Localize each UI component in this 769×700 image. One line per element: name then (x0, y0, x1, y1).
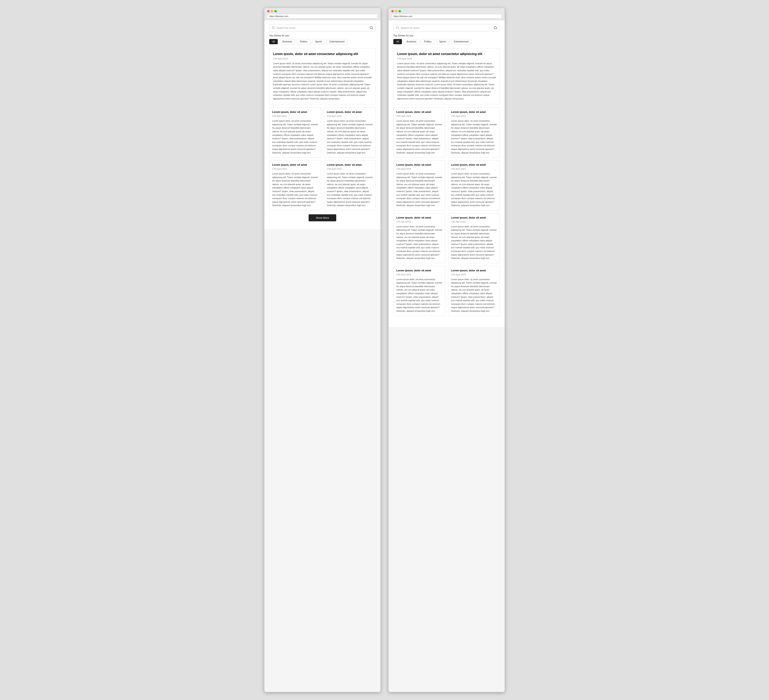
left-tab-business[interactable]: Business (279, 39, 295, 44)
right-browser-chrome: https://bbnews.com (388, 8, 505, 20)
left-article-body-2: Lorem ipsum dolor, sit amet consectetur … (272, 172, 318, 207)
left-article-title-0: Lorem ipsum, dolor sit amet (272, 111, 318, 114)
right-article-card-5: Lorem ipsum, dolor sit amet 27th April 2… (448, 213, 500, 263)
right-article-body-0: Lorem ipsum dolor, sit amet consectetur … (396, 119, 442, 154)
left-search-icon (272, 26, 275, 29)
left-article-body-0: Lorem ipsum dolor, sit amet consectetur … (272, 119, 318, 154)
left-tab-politics[interactable]: Politics (297, 39, 310, 44)
right-article-card-4: Lorem ipsum, dolor sit amet 27th April 2… (393, 213, 445, 263)
right-article-body-1: Lorem ipsum dolor, sit amet consectetur … (451, 119, 497, 154)
svg-point-4 (396, 27, 399, 29)
right-search-icon (396, 26, 399, 29)
right-article-grid-1: Lorem ipsum, dolor sit amet 27th April 2… (393, 108, 500, 157)
left-page-content: Search for news Top Stories for you All … (264, 20, 381, 230)
right-article-body-5: Lorem ipsum dolor, sit amet consectetur … (451, 225, 497, 260)
right-tab-politics[interactable]: Politics (421, 39, 434, 44)
right-article-card-3: Lorem ipsum, dolor sit amet 27th April 2… (448, 160, 500, 210)
right-close-button[interactable] (391, 10, 394, 13)
left-featured-title: Lorem ipsum, dolor sit amet consectetur … (273, 52, 372, 56)
right-article-date-1: 27th April 2024 (451, 115, 497, 117)
right-top-stories-label: Top Stories for you (393, 34, 500, 37)
right-article-date-6: 27th April 2024 (396, 273, 442, 276)
left-tab-sports[interactable]: Sports (312, 39, 325, 44)
right-article-title-2: Lorem ipsum, dolor sit amet (396, 163, 442, 167)
right-article-body-2: Lorem ipsum dolor, sit amet consectetur … (396, 172, 442, 207)
right-browser-window: https://bbnews.com Search for news Top S… (388, 8, 505, 692)
right-article-date-5: 27th April 2024 (451, 220, 497, 223)
right-featured-article: Lorem ipsum, dolor sit amet consectetur … (393, 48, 500, 104)
left-tab-all[interactable]: All (269, 39, 278, 44)
right-featured-body: Lorem ipsum dolor, sit amet consectetur … (397, 62, 496, 101)
right-article-title-4: Lorem ipsum, dolor sit amet (396, 216, 442, 220)
left-article-title-3: Lorem ipsum, dolor sit amet (327, 163, 373, 167)
svg-point-0 (272, 27, 274, 29)
right-article-title-0: Lorem ipsum, dolor sit amet (396, 111, 442, 114)
right-tab-entertainment[interactable]: Entertainment (451, 39, 472, 44)
minimize-button[interactable] (271, 10, 273, 13)
svg-line-5 (398, 29, 399, 29)
left-article-date-2: 27th April 2024 (272, 168, 318, 170)
left-featured-article: Lorem ipsum, dolor sit amet consectetur … (269, 48, 376, 104)
left-top-stories-label: Top Stories for you (269, 34, 376, 37)
left-search-placeholder: Search for news (277, 26, 370, 29)
right-page-content: Search for news Top Stories for you All … (388, 20, 505, 327)
right-article-date-3: 27th April 2024 (451, 168, 497, 170)
svg-point-6 (494, 26, 496, 29)
right-article-title-5: Lorem ipsum, dolor sit amet (451, 216, 497, 220)
right-minimize-button[interactable] (395, 10, 397, 13)
right-tab-business[interactable]: Business (404, 39, 419, 44)
svg-line-1 (274, 29, 275, 29)
right-article-title-7: Lorem ipsum, dolor sit amet (451, 269, 497, 272)
left-featured-body: Lorem ipsum dolor, sit amet consectetur … (273, 62, 372, 101)
right-tab-all[interactable]: All (393, 39, 402, 44)
svg-line-7 (496, 29, 497, 29)
right-article-body-6: Lorem ipsum dolor, sit amet consectetur … (396, 278, 442, 313)
left-tab-entertainment[interactable]: Entertainment (327, 39, 347, 44)
right-article-grid-3: Lorem ipsum, dolor sit amet 27th April 2… (393, 213, 500, 263)
right-article-card-1: Lorem ipsum, dolor sit amet 27th April 2… (448, 108, 500, 157)
left-search-bar[interactable]: Search for news (269, 24, 376, 31)
right-featured-date: 27th April 2024 (397, 58, 496, 60)
right-search-bar[interactable]: Search for news (393, 24, 500, 31)
right-article-body-4: Lorem ipsum dolor, sit amet consectetur … (396, 225, 442, 260)
right-tab-sports[interactable]: Sports (436, 39, 449, 44)
left-article-title-2: Lorem ipsum, dolor sit amet (272, 163, 318, 167)
window-controls (267, 10, 378, 13)
right-article-grid-2: Lorem ipsum, dolor sit amet 27th April 2… (393, 160, 500, 210)
left-article-card-3: Lorem ipsum, dolor sit amet 27th April 2… (324, 160, 376, 210)
right-maximize-button[interactable] (399, 10, 401, 13)
left-article-grid-1: Lorem ipsum, dolor sit amet 27th April 2… (269, 108, 376, 157)
right-article-date-2: 27th April 2024 (396, 168, 442, 170)
left-browser-chrome: https://bbnews.com (264, 8, 381, 20)
right-article-grid-4: Lorem ipsum, dolor sit amet 27th April 2… (393, 266, 500, 316)
right-featured-title: Lorem ipsum, dolor sit amet consectetur … (397, 52, 496, 56)
right-article-title-6: Lorem ipsum, dolor sit amet (396, 269, 442, 272)
url-bar[interactable]: https://bbnews.com (267, 14, 378, 18)
right-search-placeholder: Search for news (401, 26, 494, 29)
left-search-submit-icon[interactable] (370, 26, 373, 30)
right-article-card-0: Lorem ipsum, dolor sit amet 27th April 2… (393, 108, 445, 157)
left-filter-tabs: All Business Politics Sports Entertainme… (269, 39, 376, 44)
left-article-body-1: Lorem ipsum dolor, sit amet consectetur … (327, 119, 373, 154)
right-article-body-3: Lorem ipsum dolor, sit amet consectetur … (451, 172, 497, 207)
right-article-title-3: Lorem ipsum, dolor sit amet (451, 163, 497, 167)
left-show-more-button[interactable]: Show More (309, 214, 336, 222)
right-article-body-7: Lorem ipsum dolor, sit amet consectetur … (451, 278, 497, 313)
maximize-button[interactable] (274, 10, 277, 13)
right-article-date-0: 27th April 2024 (396, 115, 442, 117)
left-article-date-1: 27th April 2024 (327, 115, 373, 117)
left-featured-date: 27th April 2024 (273, 58, 372, 60)
close-button[interactable] (267, 10, 270, 13)
right-window-controls (391, 10, 502, 13)
left-article-body-3: Lorem ipsum dolor, sit amet consectetur … (327, 172, 373, 207)
right-article-date-7: 27th April 2024 (451, 273, 497, 276)
right-article-date-4: 27th April 2024 (396, 220, 442, 223)
right-article-card-2: Lorem ipsum, dolor sit amet 27th April 2… (393, 160, 445, 210)
svg-line-3 (372, 29, 372, 29)
right-article-title-1: Lorem ipsum, dolor sit amet (451, 111, 497, 114)
left-article-date-3: 27th April 2024 (327, 168, 373, 170)
right-article-card-6: Lorem ipsum, dolor sit amet 27th April 2… (393, 266, 445, 316)
right-search-submit-icon[interactable] (494, 26, 497, 30)
right-url-bar[interactable]: https://bbnews.com (391, 14, 502, 18)
right-filter-tabs: All Business Politics Sports Entertainme… (393, 39, 500, 44)
